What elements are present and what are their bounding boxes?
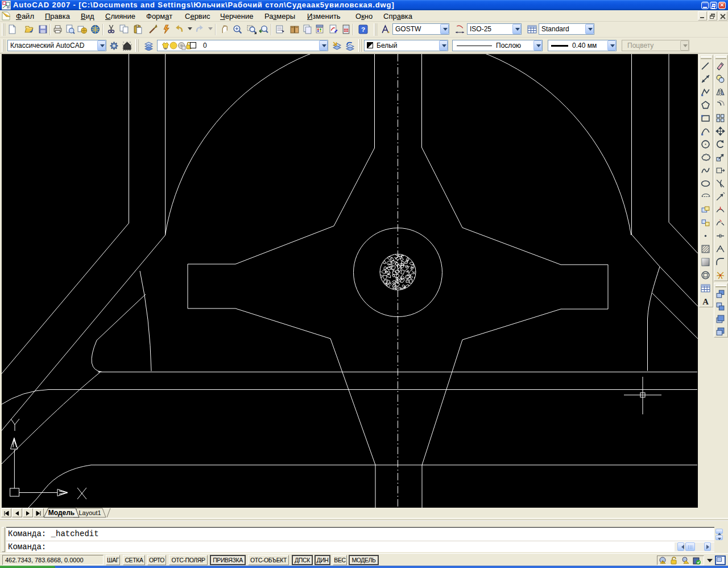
svg-text:?: ?: [361, 26, 365, 33]
svg-text:!: !: [663, 560, 664, 564]
svg-text:Модель: Модель: [48, 509, 75, 517]
svg-text:Layout1: Layout1: [78, 509, 101, 516]
svg-text:A: A: [702, 297, 709, 306]
